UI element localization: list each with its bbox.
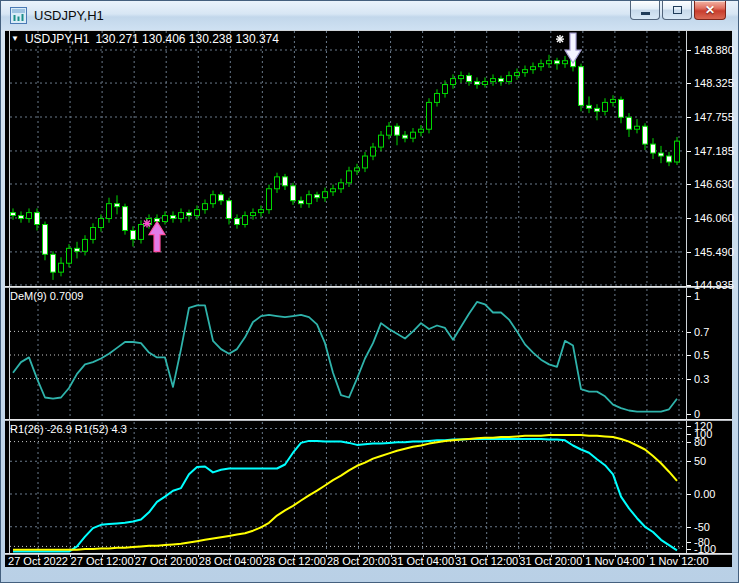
time-axis[interactable]: 27 Oct 202227 Oct 12:0027 Oct 20:0028 Oc… <box>5 554 732 567</box>
close-button[interactable]: ✕ <box>694 1 726 20</box>
close-icon: ✕ <box>705 2 715 19</box>
minimize-icon <box>641 12 650 15</box>
axis-tick-mark <box>687 117 691 118</box>
mt4-chart-window: USDJPY,H1 ✕ ▼ USDJPY,H1 130.271 130.406 … <box>0 0 739 583</box>
axis-tick-label: 0.7 <box>694 326 709 338</box>
axis-tick-mark <box>687 184 691 185</box>
axis-tick-mark <box>687 442 691 443</box>
time-axis-label: 28 Oct 20:00 <box>327 555 390 567</box>
ohlc-values-label: 130.271 130.406 130.238 130.374 <box>95 32 279 46</box>
axis-tick-mark <box>687 527 691 528</box>
price-panel[interactable]: ▼ USDJPY,H1 130.271 130.406 130.238 130.… <box>5 30 732 286</box>
r1-panel[interactable]: R1(26) -26.9 R1(52) 4.3 <box>5 421 732 553</box>
axis-tick-label: 0 <box>694 408 700 420</box>
time-axis-label: 28 Oct 12:00 <box>263 555 326 567</box>
time-axis-label: 1 Nov 12:00 <box>649 555 708 567</box>
axis-tick-label: 0.00 <box>694 488 715 500</box>
axis-tick-label: 80 <box>694 436 706 448</box>
axis-tick-mark <box>687 414 691 415</box>
axis-tick-label: 148.880 <box>694 44 734 56</box>
axis-tick-label: 1 <box>694 290 700 302</box>
price-panel-canvas[interactable] <box>5 30 732 286</box>
dem-panel-canvas[interactable] <box>5 288 732 419</box>
axis-tick-label: 147.185 <box>694 145 734 157</box>
axis-tick-mark <box>687 494 691 495</box>
axis-tick-mark <box>687 296 691 297</box>
axis-tick-mark <box>687 542 691 543</box>
axis-tick-mark <box>687 355 691 356</box>
axis-tick-mark <box>687 434 691 435</box>
time-axis-label: 28 Oct 04:00 <box>199 555 262 567</box>
axis-tick-label: -100 <box>694 543 716 555</box>
axis-tick-label: -50 <box>694 521 710 533</box>
axis-tick-label: 146.060 <box>694 212 734 224</box>
axis-tick-mark <box>687 50 691 51</box>
time-axis-label: 1 Nov 04:00 <box>585 555 644 567</box>
chart-area: ▼ USDJPY,H1 130.271 130.406 130.238 130.… <box>5 30 732 567</box>
r1-indicator-label: R1(26) -26.9 R1(52) 4.3 <box>10 423 127 435</box>
axis-tick-mark <box>687 332 691 333</box>
axis-tick-mark <box>687 83 691 84</box>
axis-tick-mark <box>687 379 691 380</box>
time-axis-label: 31 Oct 20:00 <box>519 555 582 567</box>
chart-legend: ▼ USDJPY,H1 130.271 130.406 130.238 130.… <box>11 32 279 46</box>
window-controls: ✕ <box>630 1 726 20</box>
time-tick-mark <box>583 554 584 557</box>
restore-icon <box>673 6 682 14</box>
axis-tick-label: 0.3 <box>694 373 709 385</box>
time-axis-label: 27 Oct 20:00 <box>135 555 198 567</box>
symbol-timeframe-label: USDJPY,H1 <box>25 32 89 46</box>
window-title: USDJPY,H1 <box>34 1 104 30</box>
time-axis-label: 31 Oct 04:00 <box>391 555 454 567</box>
restore-button[interactable] <box>662 1 692 20</box>
window-titlebar[interactable]: USDJPY,H1 ✕ <box>1 1 738 30</box>
time-tick-mark <box>647 554 648 557</box>
time-axis-label: 27 Oct 2022 <box>8 555 68 567</box>
axis-tick-mark <box>687 151 691 152</box>
axis-tick-label: 148.325 <box>694 77 734 89</box>
axis-tick-label: 50 <box>694 455 706 467</box>
axis-tick-label: 145.490 <box>694 246 734 258</box>
dem-indicator-label: DeM(9) 0.7009 <box>10 290 83 302</box>
axis-tick-mark <box>687 285 691 286</box>
axis-tick-label: 0.5 <box>694 349 709 361</box>
time-axis-label: 27 Oct 12:00 <box>71 555 134 567</box>
time-axis-label: 31 Oct 12:00 <box>455 555 518 567</box>
minimize-button[interactable] <box>630 1 660 20</box>
axis-tick-mark <box>687 218 691 219</box>
r1-panel-canvas[interactable] <box>5 421 732 553</box>
axis-tick-label: 146.630 <box>694 178 734 190</box>
axis-tick-label: 147.755 <box>694 111 734 123</box>
axis-tick-mark <box>687 426 691 427</box>
dem-panel[interactable]: DeM(9) 0.7009 <box>5 288 732 419</box>
chart-window-icon <box>10 7 27 24</box>
axis-tick-mark <box>687 549 691 550</box>
value-axis[interactable]: 148.880148.325147.755147.185146.630146.0… <box>687 30 732 567</box>
chevron-down-icon[interactable]: ▼ <box>11 33 19 45</box>
axis-tick-mark <box>687 252 691 253</box>
axis-tick-mark <box>687 461 691 462</box>
